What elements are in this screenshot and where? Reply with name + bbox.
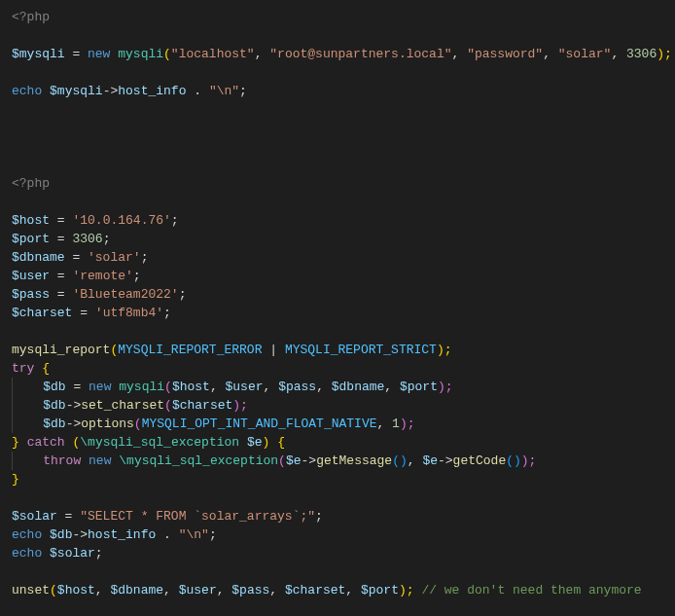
comment: // we don't need them anymore [421, 583, 641, 598]
code-line: } catch (\mysqli_sql_exception $e) { [12, 433, 663, 452]
code-line [12, 156, 663, 174]
code-line: unset($host, $dbname, $user, $pass, $cha… [12, 581, 663, 599]
code-line [12, 100, 663, 119]
code-line [12, 26, 663, 45]
code-line: $db = new mysqli($host, $user, $pass, $d… [12, 378, 663, 396]
code-line: throw new \mysqli_sql_exception($e->getM… [12, 452, 663, 470]
code-line: try { [12, 359, 663, 378]
php-open-tag: <?php [12, 176, 50, 191]
code-line [12, 63, 663, 82]
code-line: $charset = 'utf8mb4'; [12, 304, 663, 322]
code-line: echo $solar; [12, 544, 663, 562]
code-line: $host = '10.0.164.76'; [12, 211, 663, 230]
code-line [12, 193, 663, 211]
code-line: $user = 'remote'; [12, 267, 663, 285]
code-line [12, 489, 663, 507]
code-line [12, 119, 663, 137]
code-line [12, 322, 663, 341]
code-editor-content[interactable]: <?php $mysqli = new mysqli("localhost", … [12, 8, 663, 599]
code-line: $solar = "SELECT * FROM `solar_arrays`;"… [12, 507, 663, 525]
code-line [12, 137, 663, 156]
code-line: $db->options(MYSQLI_OPT_INT_AND_FLOAT_NA… [12, 415, 663, 433]
code-line: $mysqli = new mysqli("localhost", "root@… [12, 45, 663, 63]
code-line [12, 562, 663, 581]
code-line: echo $mysqli->host_info . "\n"; [12, 82, 663, 100]
code-line: mysqli_report(MYSQLI_REPORT_ERROR | MYSQ… [12, 341, 663, 359]
code-line: $pass = 'Blueteam2022'; [12, 285, 663, 304]
code-line: <?php [12, 174, 663, 193]
code-line: $db->set_charset($charset); [12, 396, 663, 415]
php-open-tag: <?php [12, 10, 50, 24]
code-line: $dbname = 'solar'; [12, 248, 663, 267]
code-line: echo $db->host_info . "\n"; [12, 525, 663, 544]
code-line: <?php [12, 8, 663, 26]
code-line: } [12, 470, 663, 489]
code-line: $port = 3306; [12, 230, 663, 248]
